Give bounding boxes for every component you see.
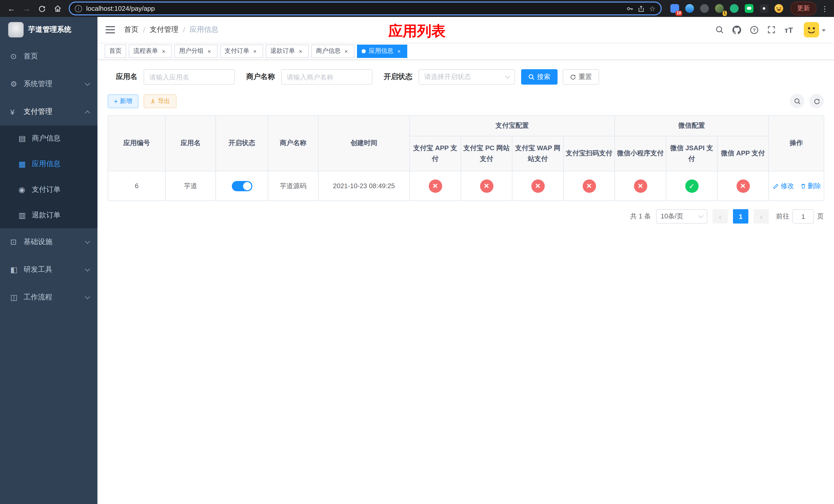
chevron-up-icon: [85, 110, 90, 115]
status-select[interactable]: 请选择开启状态: [419, 69, 515, 85]
sidebar-item-dev-tools[interactable]: ◧ 研发工具: [0, 256, 97, 283]
document-icon: ▥: [19, 211, 32, 220]
tab-label: 商户信息: [316, 47, 341, 55]
sidebar-item-label: 支付管理: [24, 107, 86, 116]
app-name-input[interactable]: [144, 69, 235, 85]
dashboard-icon: ⊙: [10, 52, 24, 61]
close-icon[interactable]: [395, 47, 403, 54]
extension-icon-avatar[interactable]: 1: [714, 3, 725, 14]
tab-process-form[interactable]: 流程表单: [129, 44, 172, 58]
chevron-down-icon: [85, 266, 90, 271]
workflow-icon: ◫: [10, 293, 24, 302]
extension-icon-green-ball[interactable]: [728, 3, 740, 14]
bookmark-star-icon[interactable]: ☆: [649, 4, 656, 13]
sidebar-logo[interactable]: 芋道管理系统: [0, 17, 97, 43]
status-label: 开启状态: [384, 72, 412, 82]
fullscreen-icon[interactable]: [768, 26, 776, 34]
search-button[interactable]: 搜索: [521, 69, 557, 85]
forward-button[interactable]: →: [20, 1, 34, 16]
address-bar[interactable]: i localhost:1024/pay/app ☆: [69, 2, 662, 15]
goto-page-input[interactable]: [792, 209, 814, 224]
sidebar-item-refund-orders[interactable]: ▥ 退款订单: [0, 203, 97, 228]
breadcrumb-payment[interactable]: 支付管理: [150, 25, 178, 35]
status-toggle[interactable]: [232, 181, 252, 191]
back-button[interactable]: ←: [4, 1, 19, 16]
add-button[interactable]: 新增: [108, 94, 138, 108]
breadcrumb-home[interactable]: 首页: [124, 25, 138, 35]
col-group-alipay: 支付宝配置: [410, 116, 615, 136]
extension-icon-globe[interactable]: [699, 3, 710, 14]
tab-label: 流程表单: [133, 47, 158, 55]
reset-button[interactable]: 重置: [563, 69, 599, 85]
close-icon[interactable]: [297, 47, 304, 54]
tab-merchant-info[interactable]: 商户信息: [311, 44, 354, 58]
share-icon[interactable]: [638, 5, 645, 12]
site-info-icon[interactable]: i: [75, 5, 82, 12]
page-size-select[interactable]: 10条/页: [656, 209, 707, 224]
home-button[interactable]: [50, 1, 65, 16]
extension-icon-droplet[interactable]: [684, 3, 695, 14]
cell-alipay-pc: [461, 171, 512, 201]
close-icon[interactable]: [343, 47, 350, 54]
sidebar-item-label: 研发工具: [24, 265, 86, 274]
delete-button[interactable]: 删除: [800, 181, 821, 190]
tab-refund-orders[interactable]: 退款订单: [266, 44, 309, 58]
password-key-icon[interactable]: [627, 5, 634, 12]
svg-text:?: ?: [753, 27, 756, 32]
edit-button[interactable]: 修改: [773, 181, 794, 190]
col-header-alipay-wap: 支付宝 WAP 网站支付: [512, 136, 564, 171]
github-icon[interactable]: [733, 25, 741, 34]
sidebar-item-label: 基础设施: [24, 237, 86, 247]
tab-user-group[interactable]: 用户分组: [174, 44, 218, 58]
header-search-icon[interactable]: [716, 26, 724, 34]
extension-icon-emoji[interactable]: [773, 3, 784, 14]
help-icon[interactable]: ?: [750, 25, 759, 34]
navbar-tools: ? ᴛT: [716, 22, 826, 38]
url-text[interactable]: localhost:1024/pay/app: [86, 5, 622, 12]
tab-label: 支付订单: [225, 47, 249, 55]
breadcrumb-separator: /: [143, 26, 145, 34]
avatar-image: [804, 22, 819, 38]
tab-pay-orders[interactable]: 支付订单: [220, 44, 263, 58]
chevron-down-icon: [85, 238, 90, 244]
gear-icon: ⚙: [10, 79, 24, 89]
reload-button[interactable]: [35, 1, 49, 16]
sidebar-item-pay-orders[interactable]: ◉ 支付订单: [0, 177, 97, 203]
sidebar-item-workflow[interactable]: ◫ 工作流程: [0, 283, 97, 311]
table-row: 6 芋道 芋道源码 2021-10-23 08:49:25: [108, 171, 824, 201]
col-header-actions: 操作: [769, 116, 824, 171]
app-name-label: 应用名: [116, 72, 137, 82]
status-select-placeholder: 请选择开启状态: [424, 72, 471, 82]
browser-menu-button[interactable]: ⋮: [820, 4, 830, 13]
next-page-button[interactable]: [753, 209, 769, 224]
toggle-search-button[interactable]: [790, 94, 804, 108]
sidebar-item-label: 商户信息: [32, 134, 89, 143]
prev-page-button[interactable]: [712, 209, 728, 224]
extension-icon-pin[interactable]: [758, 3, 769, 14]
sidebar-item-home[interactable]: ⊙ 首页: [0, 43, 97, 70]
cell-alipay-wap: [512, 171, 564, 201]
hamburger-icon[interactable]: [106, 26, 116, 34]
merchant-name-input[interactable]: [281, 69, 372, 85]
user-avatar[interactable]: [804, 22, 826, 38]
sidebar-item-system[interactable]: ⚙ 系统管理: [0, 70, 97, 98]
extension-shape: [685, 4, 694, 13]
browser-update-button[interactable]: 更新: [790, 2, 816, 15]
font-size-icon[interactable]: ᴛT: [785, 25, 793, 34]
close-icon[interactable]: [251, 47, 259, 54]
sidebar-item-infrastructure[interactable]: ⊡ 基础设施: [0, 228, 97, 256]
sidebar-item-payment[interactable]: ¥ 支付管理: [0, 98, 97, 125]
tab-app-info[interactable]: 应用信息: [357, 44, 407, 58]
export-button[interactable]: 导出: [144, 94, 176, 108]
extension-icon-chat[interactable]: [743, 3, 754, 14]
close-icon[interactable]: [160, 47, 167, 54]
sidebar-item-merchant-info[interactable]: ▤ 商户信息: [0, 125, 97, 151]
refresh-table-button[interactable]: [809, 94, 824, 108]
table-toolbar: 新增 导出: [108, 94, 824, 108]
sidebar-item-app-info[interactable]: ▦ 应用信息: [0, 151, 97, 177]
cell-wechat-jsapi: [666, 171, 717, 201]
page-number-button[interactable]: 1: [733, 209, 748, 224]
tab-home[interactable]: 首页: [105, 44, 126, 58]
extension-icon-grid[interactable]: 10: [669, 3, 680, 14]
close-icon[interactable]: [206, 47, 213, 54]
